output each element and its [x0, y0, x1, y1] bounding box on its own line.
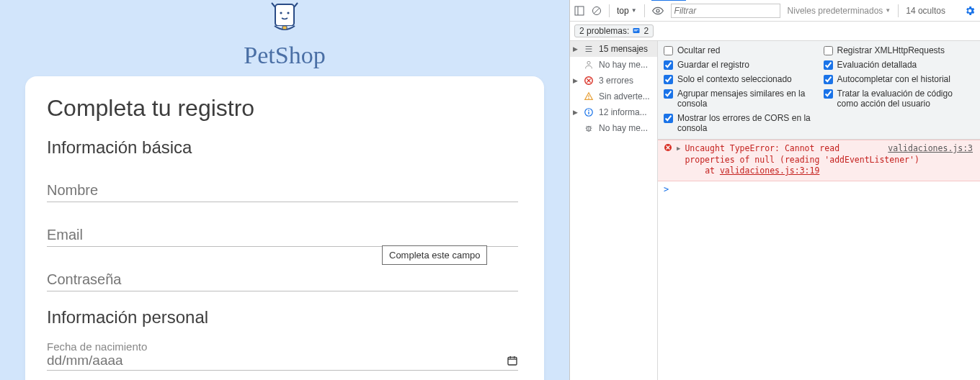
context-selector[interactable]: top ▼	[617, 6, 637, 16]
chevron-right-icon: ▶	[573, 45, 579, 53]
svg-point-12	[656, 9, 659, 12]
opt-preserve-log-label: Guardar el registro	[677, 60, 749, 70]
brand-header: PetShop	[0, 0, 569, 69]
live-expression-icon[interactable]	[652, 5, 664, 17]
name-input[interactable]	[47, 182, 518, 199]
active-tab-indicator	[651, 0, 686, 1]
sidebar-info-label: 12 informa...	[599, 107, 647, 117]
opt-log-xhr[interactable]: Registrar XMLHttpRequests	[824, 45, 975, 55]
opt-eval-user-label: Tratar la evaluación de código como acci…	[837, 89, 975, 109]
toolbar-separator	[609, 4, 610, 17]
svg-point-16	[587, 61, 590, 64]
log-levels-selector[interactable]: Niveles predeterminados ▼	[788, 6, 891, 16]
opt-preserve-log[interactable]: Guardar el registro	[664, 60, 815, 70]
svg-point-21	[588, 98, 589, 99]
bug-icon	[583, 123, 594, 133]
svg-rect-14	[634, 30, 638, 30]
calendar-icon[interactable]	[507, 355, 518, 366]
page-title: Completa tu registro	[47, 95, 518, 122]
opt-group-similar[interactable]: Agrupar mensajes similares en la consola	[664, 89, 815, 109]
opt-eager-eval[interactable]: Evaluación detallada	[824, 60, 975, 70]
svg-line-30	[590, 126, 592, 127]
opt-eval-user[interactable]: Tratar la evaluación de código como acci…	[824, 89, 975, 109]
svg-point-1	[280, 12, 282, 14]
birth-input[interactable]	[47, 353, 507, 368]
warning-icon	[583, 91, 594, 101]
petshop-logo-icon	[264, 0, 305, 40]
svg-rect-3	[282, 26, 287, 30]
email-input[interactable]	[47, 227, 518, 243]
sidebar-info[interactable]: ▶ 12 informa...	[570, 104, 657, 120]
error-line1: Uncaught TypeError: Cannot read	[685, 143, 839, 153]
gear-icon[interactable]	[964, 5, 976, 17]
email-field-wrap	[47, 227, 518, 247]
sidebar-errors[interactable]: ▶ 3 errores	[570, 73, 657, 89]
problems-label: 2 problemas:	[579, 26, 629, 36]
chevron-right-icon: ▶	[573, 77, 579, 84]
svg-rect-15	[634, 31, 637, 32]
chevron-right-icon: ▶	[573, 109, 579, 116]
registration-card: Completa tu registro Información básica …	[25, 76, 544, 380]
sidebar-messages[interactable]: ▶ 15 mensajes	[570, 41, 657, 57]
clear-console-icon[interactable]	[592, 6, 602, 16]
chevron-down-icon: ▼	[631, 7, 637, 14]
opt-cors[interactable]: Mostrar los errores de CORS en la consol…	[664, 113, 815, 133]
opt-autocomplete-label: Autocompletar con el historial	[837, 74, 950, 84]
section-personal-title: Información personal	[47, 307, 518, 327]
name-field-wrap	[47, 182, 518, 202]
error-line2: properties of null (reading 'addEventLis…	[685, 155, 919, 165]
sidebar-nouser[interactable]: No hay me...	[570, 57, 657, 73]
levels-label: Niveles predeterminados	[788, 6, 883, 16]
opt-hide-network[interactable]: Ocultar red	[664, 45, 815, 55]
birth-label: Fecha de nacimiento	[47, 340, 518, 353]
svg-rect-4	[508, 357, 517, 365]
console-sidebar: ▶ 15 mensajes No hay me... ▶ 3 errores S…	[570, 41, 658, 380]
devtools-body: ▶ 15 mensajes No hay me... ▶ 3 errores S…	[570, 41, 980, 380]
validation-tooltip: Completa este campo	[382, 245, 487, 265]
opt-autocomplete[interactable]: Autocompletar con el historial	[824, 74, 975, 84]
toggle-sidebar-icon[interactable]	[574, 6, 584, 16]
context-label: top	[617, 6, 629, 16]
error-stack-at: at	[705, 166, 720, 176]
problems-bar: 2 problemas: 2	[570, 22, 980, 41]
issue-icon	[632, 27, 641, 35]
error-icon	[583, 76, 594, 86]
opt-cors-label: Mostrar los errores de CORS en la consol…	[677, 113, 815, 133]
devtools-toolbar: top ▼ Niveles predeterminados ▼ 14 ocult…	[570, 0, 980, 22]
error-location-link[interactable]: validaciones.js:3	[888, 143, 973, 153]
error-stack-link[interactable]: validaciones.js:3:19	[720, 166, 819, 176]
chevron-down-icon: ▼	[885, 7, 891, 14]
list-icon	[583, 44, 594, 54]
sidebar-nowarn-label: Sin adverte...	[599, 91, 650, 101]
svg-point-2	[287, 12, 289, 14]
console-main: Ocultar red Registrar XMLHttpRequests Gu…	[658, 41, 980, 380]
sidebar-nouser-label: No hay me...	[599, 60, 648, 70]
filter-input[interactable]	[671, 4, 780, 18]
console-error-row[interactable]: ▶ Uncaught TypeError: Cannot read proper…	[658, 140, 980, 181]
opt-eager-eval-label: Evaluación detallada	[837, 60, 917, 70]
console-settings: Ocultar red Registrar XMLHttpRequests Gu…	[658, 41, 980, 140]
toolbar-separator-2	[644, 4, 645, 17]
user-icon	[583, 60, 594, 70]
password-input[interactable]	[47, 271, 518, 288]
opt-group-similar-label: Agrupar mensajes similares en la consola	[677, 89, 815, 109]
svg-line-11	[594, 8, 600, 14]
svg-line-29	[587, 126, 588, 127]
info-icon	[583, 107, 594, 117]
sidebar-errors-label: 3 errores	[599, 76, 633, 86]
console-prompt[interactable]: >	[658, 181, 980, 197]
svg-rect-8	[575, 6, 584, 15]
problems-chip[interactable]: 2 problemas: 2	[574, 24, 654, 37]
opt-selected-ctx[interactable]: Solo el contexto seleccionado	[664, 74, 815, 84]
birth-field-wrap	[47, 353, 518, 371]
svg-point-24	[588, 110, 589, 112]
sidebar-nomsg[interactable]: No hay me...	[570, 120, 657, 136]
error-dot-icon	[664, 143, 672, 154]
sidebar-nowarn[interactable]: Sin adverte...	[570, 89, 657, 104]
opt-log-xhr-label: Registrar XMLHttpRequests	[837, 45, 945, 55]
opt-selected-ctx-label: Solo el contexto seleccionado	[677, 74, 792, 84]
sidebar-nomsg-label: No hay me...	[599, 123, 648, 133]
chevron-right-icon: ▶	[677, 145, 680, 152]
hidden-count[interactable]: 14 ocultos	[906, 6, 945, 16]
toolbar-separator-3	[898, 4, 899, 17]
